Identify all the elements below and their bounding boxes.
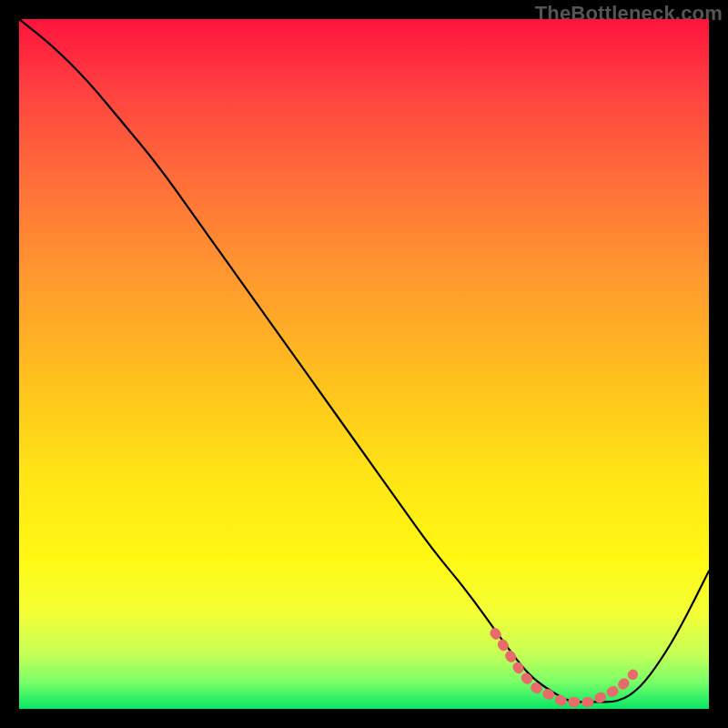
bottleneck-curve [19, 19, 709, 702]
chart-svg [19, 19, 709, 709]
annotated-trough [495, 633, 633, 703]
chart-frame: TheBottleneck.com [0, 0, 728, 728]
plot-area [19, 19, 709, 709]
